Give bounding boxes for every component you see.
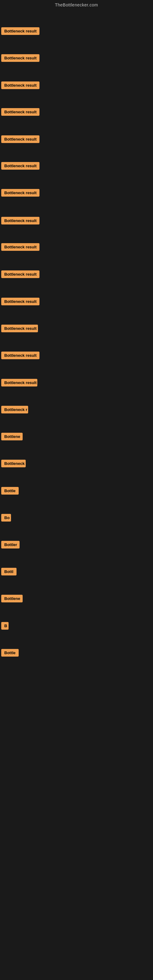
bottleneck-badge-17[interactable]: Bottleneck	[1, 460, 26, 467]
result-row: B	[1, 622, 9, 631]
bottleneck-badge-8[interactable]: Bottleneck result	[1, 217, 40, 224]
result-row: Bottleneck result	[1, 162, 40, 171]
result-row: Bottle	[1, 649, 19, 658]
bottleneck-badge-3[interactable]: Bottleneck result	[1, 81, 40, 89]
result-row: Bottleneck result	[1, 325, 38, 334]
bottleneck-badge-7[interactable]: Bottleneck result	[1, 189, 40, 197]
result-row: Bottleneck result	[1, 217, 40, 226]
result-row: Bottleneck r	[1, 406, 28, 415]
bottleneck-badge-18[interactable]: Bottle	[1, 487, 19, 495]
bottleneck-badge-15[interactable]: Bottleneck r	[1, 406, 28, 414]
result-row: Bottleneck result	[1, 54, 40, 63]
result-row: Bottleneck result	[1, 270, 40, 279]
bottleneck-badge-12[interactable]: Bottleneck result	[1, 325, 38, 332]
result-row: Bottlene	[1, 433, 22, 442]
bottleneck-badge-1[interactable]: Bottleneck result	[1, 27, 40, 35]
bottleneck-badge-13[interactable]: Bottleneck result	[1, 352, 40, 359]
bottleneck-badge-22[interactable]: Bottlene	[1, 595, 22, 602]
bottleneck-badge-9[interactable]: Bottleneck result	[1, 243, 40, 251]
bottleneck-badge-23[interactable]: B	[1, 622, 9, 630]
bottleneck-badge-2[interactable]: Bottleneck result	[1, 54, 40, 62]
result-row: Bottlene	[1, 595, 22, 604]
result-row: Bottleneck result	[1, 243, 40, 252]
bottleneck-badge-11[interactable]: Bottleneck result	[1, 298, 40, 305]
bottleneck-badge-16[interactable]: Bottlene	[1, 433, 22, 441]
result-row: Bottleneck result	[1, 108, 40, 117]
result-row: Bottl	[1, 568, 16, 577]
bottleneck-badge-6[interactable]: Bottleneck result	[1, 162, 40, 170]
result-row: Bottleneck result	[1, 379, 37, 388]
bottleneck-badge-14[interactable]: Bottleneck result	[1, 379, 37, 387]
result-row: Bottleneck result	[1, 298, 40, 307]
result-row: Bottleneck result	[1, 135, 40, 144]
bottleneck-badge-20[interactable]: Bottler	[1, 541, 19, 549]
result-row: Bottleneck	[1, 460, 26, 469]
bottleneck-badge-4[interactable]: Bottleneck result	[1, 108, 40, 116]
site-title: TheBottlenecker.com	[0, 0, 153, 10]
result-row: Bottle	[1, 487, 19, 496]
result-row: Bottleneck result	[1, 189, 40, 198]
result-row: Bottleneck result	[1, 27, 40, 36]
result-row: Bottleneck result	[1, 81, 40, 90]
result-row: Bottleneck result	[1, 352, 40, 360]
bottleneck-badge-5[interactable]: Bottleneck result	[1, 135, 40, 143]
bottleneck-badge-24[interactable]: Bottle	[1, 649, 19, 657]
result-row: Bottler	[1, 541, 19, 550]
result-row: Bo	[1, 514, 11, 523]
bottleneck-badge-19[interactable]: Bo	[1, 514, 11, 522]
bottleneck-badge-21[interactable]: Bottl	[1, 568, 16, 576]
bottleneck-badge-10[interactable]: Bottleneck result	[1, 270, 40, 278]
